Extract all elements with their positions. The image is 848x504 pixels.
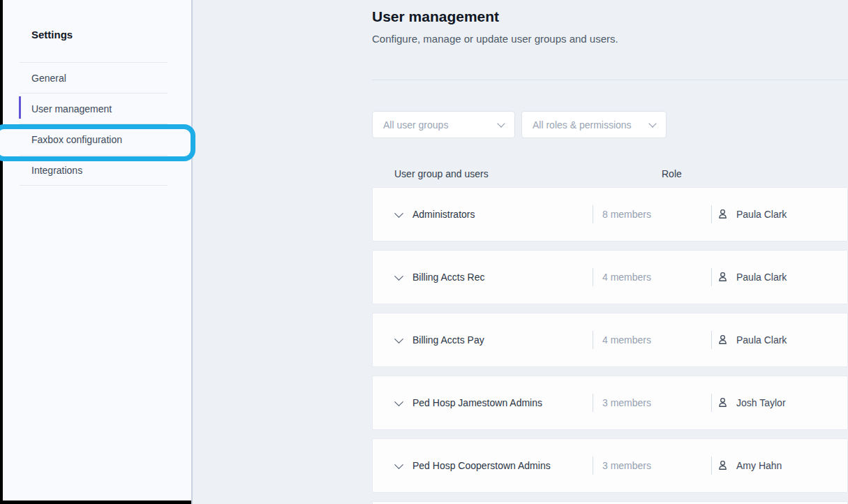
filter-bar: All user groups All roles & permissions [372, 111, 667, 138]
chevron-down-icon[interactable] [394, 397, 403, 406]
group-name: Ped Hosp Cooperstown Admins [412, 460, 551, 471]
divider [711, 268, 712, 286]
divider [593, 268, 593, 286]
roles-permissions-filter-label: All roles & permissions [533, 119, 632, 131]
table-row[interactable]: Ped Hosp Cooperstown Admins 3 members Am… [372, 438, 848, 493]
header-divider [372, 80, 848, 80]
chevron-down-icon [648, 119, 656, 127]
user-groups-filter-dropdown[interactable]: All user groups [372, 111, 515, 138]
page-subtitle: Configure, manage or update user groups … [372, 33, 618, 45]
divider [593, 394, 593, 412]
divider [593, 331, 593, 349]
user-groups-filter-label: All user groups [383, 119, 448, 131]
role-name: Paula Clark [736, 334, 787, 346]
table-row[interactable]: Ped Hosp Jamestown Admins 3 members Josh… [372, 376, 848, 430]
sidebar-item-integrations[interactable]: Integrations [20, 155, 168, 186]
role-name: Amy Hahn [736, 460, 782, 471]
member-count: 3 members [602, 397, 651, 408]
sidebar-item-label: Integrations [31, 165, 82, 176]
person-icon [717, 335, 728, 346]
sidebar-title: Settings [31, 29, 73, 40]
person-icon [717, 461, 728, 471]
sidebar-item-label: General [31, 73, 66, 84]
settings-sidebar: Settings General User management Faxbox … [3, 0, 191, 501]
group-name: Billing Accts Rec [412, 272, 484, 283]
divider [593, 205, 593, 223]
table-row[interactable]: Billing Accts Pay 4 members Paula Clark [372, 313, 848, 367]
group-name: Administrators [412, 209, 475, 220]
table-row[interactable]: Billing Accts Rec 4 members Paula Clark [372, 250, 848, 304]
chevron-down-icon[interactable] [394, 209, 403, 218]
group-name: Billing Accts Pay [412, 334, 484, 346]
role-name: Josh Taylor [736, 397, 786, 408]
chevron-down-icon[interactable] [394, 460, 403, 469]
member-count: 4 members [602, 272, 651, 283]
divider [711, 205, 712, 223]
chevron-down-icon[interactable] [394, 334, 403, 343]
person-icon [717, 398, 728, 408]
group-name: Ped Hosp Jamestown Admins [412, 397, 542, 408]
column-header-group: User group and users [394, 168, 489, 179]
member-count: 3 members [602, 460, 651, 471]
chevron-down-icon [497, 119, 505, 127]
person-icon [717, 272, 728, 283]
sidebar-item-label: Faxbox configuration [31, 134, 122, 145]
chevron-down-icon[interactable] [394, 272, 403, 281]
role-name: Paula Clark [736, 209, 787, 220]
table-row[interactable]: Administrators 8 members Paula Clark [372, 187, 848, 242]
divider [711, 331, 712, 349]
roles-permissions-filter-dropdown[interactable]: All roles & permissions [521, 111, 667, 138]
user-management-content: User management Configure, manage or upd… [372, 0, 848, 504]
sidebar-item-faxbox-configuration[interactable]: Faxbox configuration [20, 124, 168, 155]
sidebar-item-user-management[interactable]: User management [20, 94, 168, 124]
divider [711, 457, 712, 475]
member-count: 8 members [602, 209, 651, 220]
role-name: Paula Clark [736, 272, 787, 283]
table-row-partial[interactable] [372, 501, 848, 504]
main-panel: User management Configure, manage or upd… [191, 0, 848, 504]
member-count: 4 members [602, 334, 651, 346]
divider [711, 394, 712, 412]
page-title: User management [372, 8, 499, 25]
sidebar-item-general[interactable]: General [20, 63, 168, 94]
divider [593, 457, 593, 475]
sidebar-nav: General User management Faxbox configura… [20, 62, 168, 186]
user-group-list: Administrators 8 members Paula Clark Bil… [372, 187, 848, 504]
sidebar-item-label: User management [31, 103, 112, 114]
column-header-role: Role [662, 168, 682, 179]
person-icon [717, 209, 728, 220]
